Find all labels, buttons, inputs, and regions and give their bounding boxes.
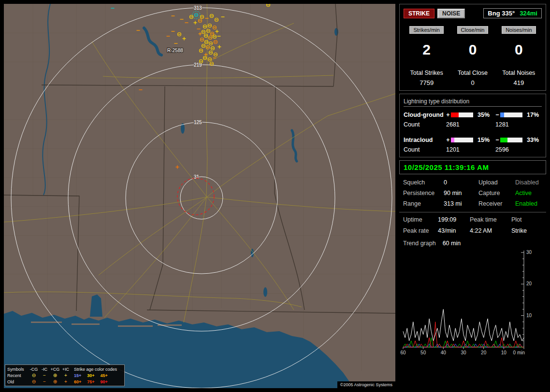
strikes-per-min-value: 2 [404, 42, 449, 58]
age-codes-old: 60+75+90+ [71, 379, 124, 384]
svg-text:60: 60 [400, 350, 406, 355]
noises-per-min-button[interactable]: Noises/min [502, 26, 536, 34]
age-code: 15+ [74, 373, 81, 378]
ring-label: 313 [194, 5, 202, 11]
svg-text:30: 30 [526, 250, 532, 255]
rate-labels-row: Strikes/min Close/min Noises/min [404, 25, 542, 34]
neg-cg-icon: ⊖ [29, 373, 39, 378]
cloud-ground-label: Cloud-ground [404, 112, 445, 118]
count-label: Count [404, 121, 445, 128]
rate-values-row: 2 0 0 [404, 41, 542, 58]
bearing-distance: 324mi [520, 10, 537, 17]
svg-text:20: 20 [481, 350, 487, 355]
storm-cell-label: R-2588 [167, 48, 183, 53]
peak-rate-value: 43/min [438, 227, 470, 234]
distribution-panel: Lightning type distribution Cloud-ground… [399, 94, 546, 157]
persistence-value: 90 min [444, 190, 478, 196]
total-strikes: Total Strikes 7759 [404, 65, 449, 86]
total-strikes-value: 7759 [404, 79, 449, 86]
ring-label: 125 [194, 120, 202, 125]
receiver-value: Enabled [515, 200, 545, 207]
peak-time-value: 4:22 AM [470, 227, 511, 234]
pos-cg-icon: ⊕ [50, 373, 60, 378]
noise-mode-button[interactable]: NOISE [437, 9, 465, 18]
ic-plus-count: 1201 [445, 146, 494, 153]
capture-value: Active [515, 190, 545, 196]
trend-series-other [403, 344, 524, 348]
legend-old-row: Old ⊖ − ⊕ + 60+75+90+ [5, 378, 124, 385]
status-sidebar: STRIKE NOISE Bng 335° 324mi Strikes/min … [399, 4, 546, 388]
neg-ic-icon: − [39, 379, 50, 384]
bearing-label: Bng 335° [488, 10, 515, 17]
trend-graph: 1020306050403020100 min [399, 248, 546, 363]
minus-sign: − [494, 112, 500, 118]
trend-graph-row: Trend graph 60 min [399, 235, 546, 248]
pos-ic-icon: + [60, 373, 71, 378]
cg-minus-pct: 17% [524, 112, 542, 118]
ic-plus-pct: 15% [475, 137, 494, 143]
total-strikes-label: Total Strikes [404, 70, 449, 76]
age-code: 90+ [101, 379, 108, 384]
legend-col-pos-cg: +CG [50, 367, 60, 372]
age-code: 45+ [101, 373, 108, 378]
total-close: Total Close 0 [449, 65, 495, 86]
legend-recent-row: Recent ⊖ − ⊕ + 15+30+45+ [5, 372, 124, 378]
noises-per-min-value: 0 [496, 42, 542, 58]
receiver-label: Receiver [478, 200, 515, 207]
peak-time-label: Peak time [470, 216, 511, 223]
copyright-text: ©2005 Astrogenic Systems [337, 381, 395, 388]
ic-plus-bar [451, 138, 473, 142]
plus-sign: + [445, 112, 451, 118]
neg-cg-icon: ⊖ [29, 379, 39, 384]
legend-col-neg-cg: -CG [29, 367, 39, 372]
minus-sign: − [494, 137, 500, 143]
bearing-readout: Bng 335° 324mi [483, 8, 542, 18]
strike-mode-button[interactable]: STRIKE [404, 9, 434, 18]
capture-label: Capture [478, 190, 515, 196]
age-codes-recent: 15+30+45+ [71, 373, 124, 378]
age-code: 60+ [74, 379, 81, 384]
distribution-grid: Cloud-ground + 35% − 17% Count 2681 1281… [404, 112, 542, 153]
close-per-min-button[interactable]: Close/min [457, 26, 489, 34]
squelch-label: Squelch [403, 179, 444, 186]
distribution-title: Lightning type distribution [404, 98, 542, 107]
mode-row: STRIKE NOISE Bng 335° 324mi [404, 8, 542, 18]
totals-row: Total Strikes 7759 Total Close 0 Total N… [404, 65, 542, 86]
pos-cg-icon: ⊕ [50, 379, 60, 384]
legend-symbols-header: Symbols [5, 367, 29, 372]
neg-ic-icon: − [39, 373, 50, 378]
total-noises-value: 419 [496, 79, 542, 86]
svg-text:10: 10 [526, 313, 532, 318]
plot-value: Strike [511, 227, 541, 234]
persistence-label: Persistence [403, 190, 444, 196]
ic-minus-count: 2596 [494, 146, 542, 153]
plus-sign: + [445, 137, 451, 143]
age-code: 75+ [87, 379, 94, 384]
datetime-readout: 10/25/2025 11:39:16 AM [399, 160, 546, 174]
upload-value: Disabled [515, 179, 545, 186]
legend-col-neg-ic: -IC [39, 367, 50, 372]
range-label: Range [403, 200, 444, 207]
svg-text:40: 40 [441, 350, 447, 355]
svg-text:30: 30 [461, 350, 466, 355]
trend-series-close [403, 337, 524, 347]
pos-ic-icon: + [60, 379, 71, 384]
legend-col-pos-ic: +IC [60, 367, 71, 372]
svg-text:50: 50 [420, 350, 426, 355]
close-per-min-value: 0 [449, 42, 495, 58]
lightning-map[interactable]: 31321912531 R-2588 Symbols -CG -IC +CG +… [4, 4, 395, 388]
total-close-value: 0 [449, 79, 495, 86]
cg-minus-count: 1281 [494, 121, 542, 128]
cg-plus-bar [451, 112, 473, 117]
cg-plus-count: 2681 [445, 121, 494, 128]
cg-minus-bar [500, 112, 522, 117]
strikes-per-min-button[interactable]: Strikes/min [409, 26, 443, 34]
count-label: Count [404, 146, 445, 153]
cg-plus-pct: 35% [475, 112, 494, 118]
trend-graph-canvas: 1020306050403020100 min [400, 249, 541, 361]
peak-rate-label: Peak rate [403, 227, 438, 234]
squelch-value: 0 [444, 179, 478, 186]
legend-age-header: Strike age color codes [71, 367, 124, 372]
status-grid: Uptime 199:09 Peak time Plot Peak rate 4… [399, 212, 546, 235]
range-value: 313 mi [444, 200, 478, 207]
